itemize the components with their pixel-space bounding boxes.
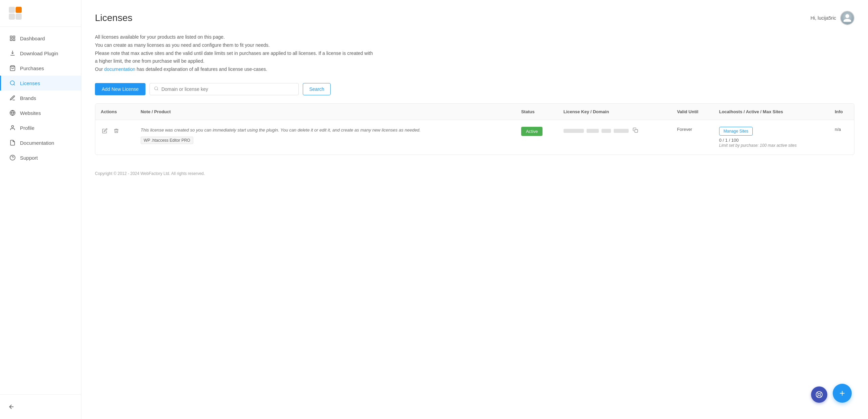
sidebar-item-websites[interactable]: Websites [0, 105, 81, 120]
delete-button[interactable] [112, 127, 120, 136]
description-line2: You can create as many licenses as you n… [95, 42, 270, 48]
svg-rect-6 [10, 39, 12, 41]
add-new-fab-button[interactable]: + [833, 384, 852, 403]
cell-status: Active [516, 120, 558, 155]
sidebar-item-label: Websites [20, 110, 41, 116]
globe-icon [9, 109, 16, 116]
limit-text: Limit set by purchase: 100 max active si… [719, 143, 797, 148]
sidebar-item-documentation[interactable]: Documentation [0, 135, 81, 150]
add-new-license-button[interactable]: Add New License [95, 83, 145, 95]
copy-key-button[interactable] [631, 127, 639, 135]
sites-count: 0 / 1 / 100 [719, 138, 739, 143]
description-line4-suffix: has detailed explanation of all features… [135, 66, 267, 72]
sidebar-item-profile[interactable]: Profile [0, 120, 81, 135]
search-input[interactable] [161, 83, 294, 95]
note-text: This license was created so you can imme… [141, 127, 510, 134]
sidebar-item-brands[interactable]: Brands [0, 91, 81, 105]
main-content: Licenses Hi, lucija5ric All licenses ava… [81, 0, 868, 419]
user-area: Hi, lucija5ric [811, 11, 854, 25]
sidebar-item-label: Brands [20, 95, 36, 101]
download-icon [9, 50, 16, 57]
licenses-table-wrapper: Actions Note / Product Status License Ke… [95, 103, 854, 155]
action-icons [101, 127, 130, 136]
svg-rect-1 [16, 7, 22, 13]
profile-icon [9, 124, 16, 131]
sidebar-item-purchases[interactable]: Purchases [0, 61, 81, 76]
logo-area [0, 0, 81, 27]
svg-rect-5 [13, 36, 15, 38]
svg-line-18 [157, 89, 158, 91]
sidebar-item-dashboard[interactable]: Dashboard [0, 31, 81, 46]
svg-rect-4 [10, 36, 12, 38]
cell-license-key [558, 120, 672, 155]
key-block-2 [587, 129, 599, 133]
page-title: Licenses [95, 13, 133, 23]
fab-icon: + [840, 388, 845, 399]
table-header: Actions Note / Product Status License Ke… [95, 104, 854, 120]
manage-sites-button[interactable]: Manage Sites [719, 127, 753, 136]
svg-rect-0 [9, 7, 15, 13]
app-logo-icon [8, 6, 22, 20]
sidebar: Dashboard Download Plugin Purchases Lice… [0, 0, 81, 419]
table-row: This license was created so you can imme… [95, 120, 854, 155]
svg-line-24 [821, 393, 822, 394]
license-key-area [564, 127, 666, 135]
sidebar-item-label: Download Plugin [20, 51, 58, 56]
sidebar-item-support[interactable]: Support [0, 150, 81, 165]
lifebuoy-icon [815, 391, 823, 398]
product-tag: WP .htaccess Editor PRO [141, 137, 193, 144]
sidebar-item-download-plugin[interactable]: Download Plugin [0, 46, 81, 61]
toolbar: Add New License Search [95, 83, 854, 95]
svg-point-21 [818, 393, 820, 396]
sidebar-item-licenses[interactable]: Licenses [0, 76, 81, 91]
description-line3: Please note that max active sites and th… [95, 51, 373, 64]
svg-point-9 [10, 81, 14, 85]
svg-rect-19 [635, 129, 638, 133]
col-header-localhosts: Localhosts / Active / Max Sites [714, 104, 829, 120]
col-header-info: Info [829, 104, 854, 120]
svg-line-22 [817, 393, 818, 394]
sites-info: Manage Sites 0 / 1 / 100 Limit set by pu… [719, 127, 824, 148]
brands-icon [9, 95, 16, 101]
dashboard-icon [9, 35, 16, 42]
col-header-license-key: License Key / Domain [558, 104, 672, 120]
support-fab-button[interactable] [811, 386, 827, 403]
cell-valid-until: Forever [672, 120, 714, 155]
sidebar-item-label: Dashboard [20, 36, 45, 41]
svg-point-13 [12, 125, 14, 127]
support-icon [9, 154, 16, 161]
table-header-row: Actions Note / Product Status License Ke… [95, 104, 854, 120]
description-line1: All licenses available for your products… [95, 34, 225, 40]
search-field-wrap [150, 83, 299, 95]
documentation-icon [9, 139, 16, 146]
arrow-left-icon [8, 403, 15, 410]
edit-button[interactable] [101, 127, 109, 136]
footer-text: Copyright © 2012 - 2024 WebFactory Ltd. … [95, 171, 205, 176]
sidebar-item-label: Licenses [20, 80, 40, 86]
footer: Copyright © 2012 - 2024 WebFactory Ltd. … [95, 171, 854, 176]
sidebar-item-label: Documentation [20, 140, 54, 146]
sidebar-item-label: Purchases [20, 65, 44, 71]
licenses-table: Actions Note / Product Status License Ke… [95, 104, 854, 155]
documentation-link[interactable]: documentation [104, 66, 135, 72]
avatar[interactable] [840, 11, 854, 25]
table-body: This license was created so you can imme… [95, 120, 854, 155]
svg-rect-2 [9, 14, 15, 20]
sidebar-collapse-button[interactable] [8, 400, 73, 414]
col-header-note-product: Note / Product [135, 104, 516, 120]
avatar-image [841, 12, 854, 24]
info-value: n/a [835, 127, 841, 132]
search-button[interactable]: Search [303, 83, 331, 95]
key-block-4 [614, 129, 629, 133]
sidebar-bottom [0, 394, 81, 419]
svg-point-17 [155, 87, 158, 90]
svg-line-10 [14, 84, 15, 85]
col-header-valid-until: Valid Until [672, 104, 714, 120]
key-block-1 [564, 129, 584, 133]
sidebar-navigation: Dashboard Download Plugin Purchases Lice… [0, 27, 81, 394]
top-header: Licenses Hi, lucija5ric [95, 11, 854, 25]
description-line4-prefix: Our [95, 66, 104, 72]
sidebar-item-label: Support [20, 155, 38, 161]
valid-until-value: Forever [677, 127, 692, 132]
licenses-icon [9, 80, 16, 86]
